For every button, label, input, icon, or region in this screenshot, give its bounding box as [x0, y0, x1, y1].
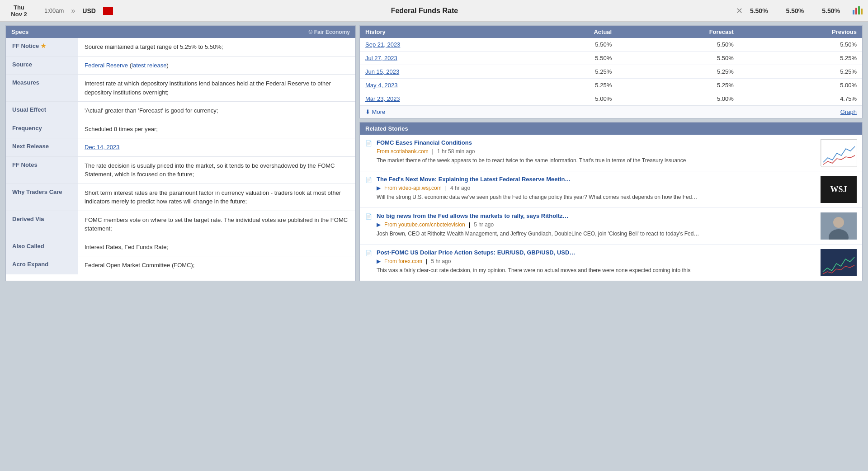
story-doc-icon-3: 📄	[365, 250, 372, 276]
specs-table: FF Notice ★Source maintained a target ra…	[6, 38, 355, 274]
spec-value-9: Interest Rates, Fed Funds Rate;	[78, 238, 355, 256]
svg-point-6	[833, 217, 844, 228]
specs-header: Specs © Fair Economy	[6, 26, 355, 38]
story-title-1[interactable]: The Fed's Next Move: Explaining the Late…	[377, 176, 816, 183]
fair-economy-link[interactable]: © Fair Economy	[308, 29, 350, 35]
arrow-icon: »	[71, 7, 75, 15]
history-previous-3: 5.00%	[739, 79, 862, 92]
story-time-0: 1 hr 58 min ago	[437, 148, 475, 155]
spec-value-10: Federal Open Market Committee (FOMC);	[78, 256, 355, 274]
history-col-actual: Actual	[518, 26, 617, 38]
spec-value-0: Source maintained a target range of 5.25…	[78, 38, 355, 56]
history-date-link-4[interactable]: Mar 23, 2023	[365, 95, 400, 102]
spec-label-9: Also Called	[6, 238, 78, 256]
svg-rect-3	[861, 9, 863, 14]
more-link[interactable]: ⬇ More	[365, 108, 385, 115]
history-date-link-2[interactable]: Jun 15, 2023	[365, 68, 399, 75]
story-item-2: 📄No big news from the Fed allows the mar…	[360, 208, 862, 245]
event-date: Thu Nov 2	[5, 4, 33, 18]
story-time-2: 5 hr ago	[474, 221, 494, 228]
story-item-0: 📄FOMC Eases Financial ConditionsFrom sco…	[360, 135, 862, 171]
related-stories-header: Related Stories	[360, 122, 862, 135]
svg-rect-1	[855, 8, 857, 14]
graph-link[interactable]: Graph	[840, 108, 857, 115]
svg-rect-2	[858, 6, 860, 14]
story-meta-0: From scotiabank.com | 1 hr 58 min ago	[377, 148, 816, 155]
table-row: Jul 27, 20235.50%5.50%5.25%	[360, 52, 862, 65]
story-time-1: 4 hr ago	[450, 185, 470, 191]
story-doc-icon-1: 📄	[365, 177, 372, 203]
story-source-0[interactable]: From scotiabank.com	[377, 148, 429, 155]
history-date-link-3[interactable]: May 4, 2023	[365, 82, 398, 89]
spec-label-4: Frequency	[6, 120, 78, 138]
story-title-2[interactable]: No big news from the Fed allows the mark…	[377, 212, 816, 219]
story-meta-1: ▶From video-api.wsj.com | 4 hr ago	[377, 184, 816, 191]
story-meta-3: ▶From forex.com | 5 hr ago	[377, 258, 816, 264]
story-source-2[interactable]: From youtube.com/cnbctelevision	[384, 221, 465, 228]
specs-panel: Specs © Fair Economy FF Notice ★Source m…	[5, 25, 356, 281]
header-values: 5.50% 5.50% 5.50%	[750, 7, 840, 14]
close-icon[interactable]: ✕	[736, 6, 743, 16]
latest-release-link[interactable]: latest release	[132, 62, 166, 69]
spec-label-6: FF Notes	[6, 156, 78, 184]
spec-value-5: Dec 14, 2023	[78, 138, 355, 157]
spec-value-7: Short term interest rates are the paramo…	[78, 184, 355, 211]
story-thumb-2	[821, 212, 857, 240]
spec-label-3: Usual Effect	[6, 102, 78, 120]
ff-notice-text: FF Notice	[12, 42, 39, 49]
story-title-3[interactable]: Post-FOMC US Dollar Price Action Setups:…	[377, 249, 816, 256]
story-title-0[interactable]: FOMC Eases Financial Conditions	[377, 139, 816, 146]
history-actual-3: 5.25%	[518, 79, 617, 92]
story-doc-icon-0: 📄	[365, 140, 372, 166]
history-actual-2: 5.25%	[518, 65, 617, 79]
story-thumb-1: WSJ	[821, 176, 857, 203]
spec-label-8: Derived Via	[6, 211, 78, 238]
spec-label-5: Next Release	[6, 138, 78, 157]
history-panel: History Actual Forecast Previous Sep 21,…	[359, 25, 863, 118]
specs-title: Specs	[11, 28, 28, 35]
story-item-1: 📄The Fed's Next Move: Explaining the Lat…	[360, 171, 862, 208]
spec-label-10: Acro Expand	[6, 256, 78, 274]
chart-icon[interactable]	[852, 5, 863, 17]
history-col-date: History	[360, 26, 518, 38]
top-bar: Thu Nov 2 1:00am » USD Federal Funds Rat…	[0, 0, 868, 22]
history-date-link-1[interactable]: Jul 27, 2023	[365, 55, 397, 61]
history-previous-4: 4.75%	[739, 92, 862, 106]
header-previous: 5.50%	[822, 7, 840, 14]
story-source-3[interactable]: From forex.com	[384, 258, 422, 264]
history-date-link-0[interactable]: Sep 21, 2023	[365, 41, 400, 48]
story-body-2: No big news from the Fed allows the mark…	[377, 212, 816, 240]
story-meta-2: ▶From youtube.com/cnbctelevision | 5 hr …	[377, 221, 816, 228]
country-flag	[103, 7, 113, 15]
source-link[interactable]: Federal Reserve	[85, 62, 128, 69]
story-source-1[interactable]: From video-api.wsj.com	[384, 185, 442, 191]
ff-notice-label: FF Notice ★	[12, 42, 72, 49]
history-previous-2: 5.25%	[739, 65, 862, 79]
story-thumb-3	[821, 249, 857, 276]
history-forecast-3: 5.25%	[617, 79, 739, 92]
table-row: May 4, 20235.25%5.25%5.00%	[360, 79, 862, 92]
spec-label-1: Source	[6, 56, 78, 75]
spec-value-4: Scheduled 8 times per year;	[78, 120, 355, 138]
history-col-forecast: Forecast	[617, 26, 739, 38]
spec-label-2: Measures	[6, 75, 78, 102]
story-body-0: FOMC Eases Financial ConditionsFrom scot…	[377, 139, 816, 166]
story-excerpt-3: This was a fairly clear-cut rate decisio…	[377, 267, 816, 274]
svg-rect-0	[853, 10, 854, 14]
video-icon-1: ▶	[377, 185, 381, 191]
history-actual-1: 5.50%	[518, 52, 617, 65]
history-footer: ⬇ More Graph	[360, 105, 862, 118]
history-forecast-4: 5.00%	[617, 92, 739, 106]
currency-label: USD	[82, 7, 96, 14]
header-actual: 5.50%	[750, 7, 768, 14]
history-forecast-1: 5.50%	[617, 52, 739, 65]
history-previous-0: 5.50%	[739, 38, 862, 52]
next-release-link[interactable]: Dec 14, 2023	[85, 144, 119, 151]
event-time: 1:00am	[44, 7, 64, 14]
history-table: History Actual Forecast Previous Sep 21,…	[360, 26, 862, 105]
spec-value-6: The rate decision is usually priced into…	[78, 156, 355, 184]
story-time-3: 5 hr ago	[431, 258, 451, 264]
main-content: Specs © Fair Economy FF Notice ★Source m…	[0, 22, 868, 285]
spec-value-1: Federal Reserve (latest release)	[78, 56, 355, 75]
story-excerpt-2: Josh Brown, CEO at Ritholtz Wealth Manag…	[377, 230, 816, 238]
